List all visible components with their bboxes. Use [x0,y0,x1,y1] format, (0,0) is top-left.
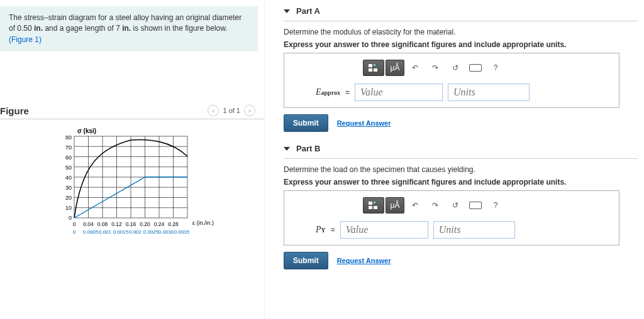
part-b-hint: Express your answer to three significant… [284,178,638,187]
svg-text:0.0025: 0.0025 [143,229,159,235]
svg-text:0.20: 0.20 [140,221,150,227]
symbols-button[interactable]: μÅ [386,60,404,76]
svg-text:0.08: 0.08 [97,221,108,227]
part-a-value-input[interactable] [355,84,443,101]
undo-icon[interactable]: ↶ [406,197,425,214]
part-b-variable: PY [316,225,326,235]
svg-rect-41 [374,64,375,66]
undo-icon[interactable]: ↶ [406,60,425,76]
part-b-value-input[interactable] [340,221,428,239]
part-b-title: Part B [296,144,320,153]
svg-rect-44 [369,202,372,205]
svg-text:20: 20 [65,195,72,201]
equals-sign: = [345,88,350,97]
reset-icon[interactable]: ↺ [446,197,465,214]
part-b-answer-box: μÅ ↶ ↷ ↺ ? PY = [284,190,619,246]
svg-text:0.002: 0.002 [129,229,142,235]
svg-text:0.24: 0.24 [154,221,165,227]
part-b-header[interactable]: Part B [284,141,638,159]
figure-pager: ‹ 1 of 1 › [208,105,255,116]
svg-text:70: 70 [65,144,72,151]
svg-text:0: 0 [69,215,72,221]
svg-text:0.12: 0.12 [111,221,122,227]
svg-text:60: 60 [65,154,72,161]
reset-icon[interactable]: ↺ [446,60,465,76]
svg-text:0: 0 [73,229,76,235]
figure-title: Figure [0,105,29,116]
templates-icon[interactable] [363,197,384,214]
x-axis-label: ε (in./in.) [192,220,214,226]
svg-text:10: 10 [65,205,72,211]
svg-text:80: 80 [65,134,72,141]
svg-text:0.04: 0.04 [83,221,94,227]
unit: in. [34,24,43,33]
svg-text:0: 0 [73,221,76,227]
part-b-request-answer-link[interactable]: Request Answer [337,257,391,264]
part-b-units-input[interactable] [433,221,515,239]
svg-text:0.0015: 0.0015 [113,229,129,235]
part-a-answer-box: μÅ ↶ ↷ ↺ ? Eapprox = [284,53,619,108]
figure-prev-button[interactable]: ‹ [208,105,219,116]
part-a-hint: Express your answer to three significant… [284,40,638,49]
part-a-title: Part A [296,6,320,16]
svg-text:0.28: 0.28 [168,221,179,227]
part-a-units-input[interactable] [448,84,530,101]
keyboard-icon[interactable] [466,60,485,76]
svg-rect-43 [374,68,377,72]
redo-icon[interactable]: ↷ [426,197,445,214]
svg-text:0.0035: 0.0035 [174,229,190,235]
y-axis-label: σ (ksi) [77,127,96,134]
svg-text:0.0005: 0.0005 [83,229,99,235]
keyboard-icon[interactable] [466,197,485,214]
problem-statement: The stress–strain diagram for a steel al… [0,6,258,51]
stress-strain-chart: σ (ksi) 80706050403020100 00.040.080.120… [43,127,264,245]
symbols-button[interactable]: μÅ [386,197,404,214]
svg-text:40: 40 [65,175,72,181]
redo-icon[interactable]: ↷ [426,60,445,76]
help-icon[interactable]: ? [486,60,505,76]
part-a-instruction: Determine the modulus of elasticity for … [284,28,638,36]
part-b-instruction: Determine the load on the specimen that … [284,165,638,174]
figure-page-label: 1 of 1 [223,107,240,114]
svg-rect-45 [374,202,375,203]
part-a-variable: Eapprox [316,87,340,97]
figure-next-button[interactable]: › [244,105,255,116]
part-a-header[interactable]: Part A [284,3,638,21]
svg-text:0.0030: 0.0030 [158,229,174,235]
svg-rect-46 [369,206,372,209]
caret-down-icon [284,147,290,151]
part-b-submit-button[interactable]: Submit [284,252,328,269]
caret-down-icon [284,9,290,13]
figure-link[interactable]: (Figure 1) [9,35,42,44]
svg-rect-47 [374,206,377,209]
help-icon[interactable]: ? [486,197,505,214]
templates-icon[interactable] [363,60,384,76]
part-a-request-answer-link[interactable]: Request Answer [337,119,391,127]
equals-sign: = [331,225,335,234]
svg-text:50: 50 [65,165,72,171]
unit: in. [122,24,131,33]
part-a-submit-button[interactable]: Submit [284,114,328,132]
svg-text:0.001: 0.001 [99,229,112,235]
svg-rect-40 [369,64,372,67]
problem-text: is shown in the figure below. [133,24,228,33]
svg-text:30: 30 [65,185,72,191]
svg-rect-42 [369,68,372,72]
problem-text: and a gage length of 7 [45,24,122,33]
svg-text:0.16: 0.16 [126,221,136,227]
